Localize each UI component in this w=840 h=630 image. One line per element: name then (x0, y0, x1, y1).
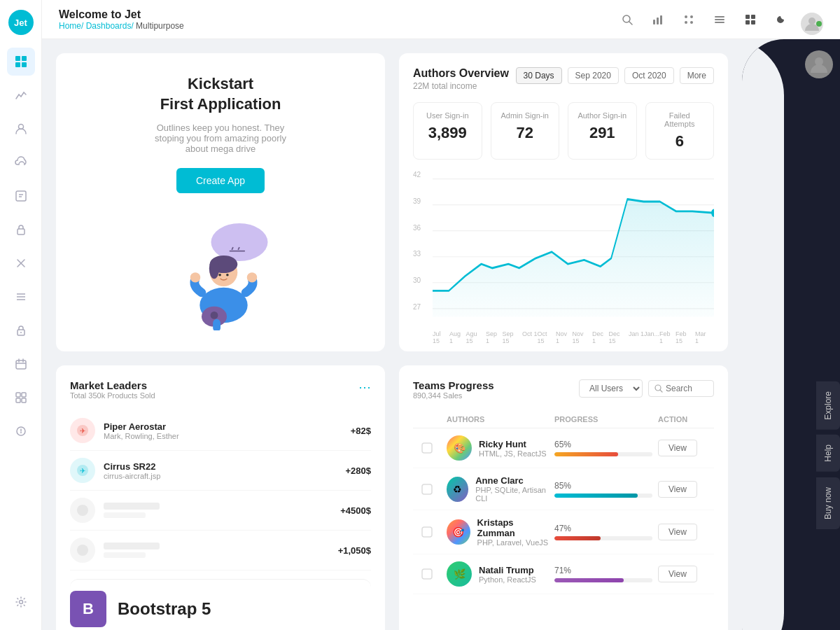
natali-progress: 71% (554, 566, 652, 582)
market-leaders-card: Market Leaders Total 350k Products Sold … (56, 365, 385, 630)
header-left: Welcome to Jet Home/ Dashboards/ Multipu… (59, 8, 184, 31)
svg-rect-43 (751, 20, 755, 24)
svg-point-73 (77, 545, 88, 556)
user-avatar[interactable] (801, 13, 823, 35)
help-tab[interactable]: Help (816, 435, 840, 472)
sidebar-item-reports[interactable] (7, 182, 35, 210)
svg-point-15 (20, 332, 22, 333)
sidebar-item-lock[interactable] (7, 316, 35, 344)
svg-rect-8 (18, 229, 24, 234)
search-icon[interactable] (616, 8, 638, 31)
ricky-view-btn[interactable]: View (658, 440, 697, 456)
sidebar-item-menu[interactable] (7, 283, 35, 311)
breadcrumb-home[interactable]: Home/ (59, 21, 83, 31)
natali-checkbox[interactable] (413, 568, 441, 580)
ricky-info: 🎨 Ricky Hunt HTML, JS, ReactJS (447, 435, 549, 461)
filter-oct2020[interactable]: Oct 2020 (624, 67, 674, 84)
chart-svg (433, 171, 714, 325)
sidebar-item-tools[interactable] (7, 417, 35, 445)
market-item-piper: ✈ Piper Aerostar Mark, Rowling, Esther +… (70, 411, 371, 451)
anne-view-btn[interactable]: View (658, 481, 697, 498)
stat-author-signin: Author Sign-in 291 (568, 102, 637, 160)
menu-icon[interactable] (708, 8, 731, 31)
svg-point-60 (226, 274, 229, 276)
kristaps-avatar: 🎯 (447, 519, 470, 545)
chart-icon[interactable] (647, 8, 669, 31)
sidebar-item-dashboard[interactable] (7, 48, 35, 76)
explore-tab[interactable]: Explore (816, 382, 840, 430)
breadcrumb-dashboards[interactable]: Dashboards/ (86, 21, 134, 31)
filter-30days[interactable]: 30 Days (516, 67, 562, 84)
team-row-ricky: 🎨 Ricky Hunt HTML, JS, ReactJS 65% (413, 428, 714, 468)
market-item-3: +4500$ (70, 491, 371, 531)
svg-point-33 (685, 15, 687, 18)
ricky-avatar: 🎨 (447, 435, 472, 461)
buy-now-tab[interactable]: Buy now (816, 477, 840, 529)
filter-more[interactable]: More (680, 67, 714, 84)
svg-point-57 (211, 312, 218, 319)
market-title: Market Leaders (70, 379, 155, 391)
sidebar-item-users[interactable] (7, 115, 35, 143)
kristaps-checkbox[interactable] (413, 526, 441, 538)
cirrus-value: +280$ (345, 465, 371, 476)
content-area: Kickstart First Application Outlines kee… (42, 39, 742, 630)
svg-point-26 (20, 432, 22, 433)
sidebar-item-settings[interactable] (7, 588, 35, 616)
anne-checkbox[interactable] (413, 484, 441, 495)
market-title-group: Market Leaders Total 350k Products Sold (70, 379, 155, 400)
kickstart-illustration (158, 204, 284, 330)
bootstrap-text: Bootstrap 5 (118, 599, 211, 619)
x-axis-labels: Jul 15Aug 1Agu 15Sep 1Sep 15Oct 1Oct 15N… (433, 330, 714, 344)
apps-icon[interactable] (739, 8, 762, 31)
sidebar-item-calendar[interactable] (7, 350, 35, 378)
teams-search-input[interactable] (666, 384, 708, 393)
kristaps-progress: 47% (554, 524, 652, 540)
bootstrap-promo: B Bootstrap 5 (70, 579, 371, 627)
anne-progress: 85% (554, 481, 652, 498)
team-row-anne: ♻ Anne Clarc PHP, SQLite, Artisan CLI 85… (413, 468, 714, 510)
kristaps-info: 🎯 Kristaps Zumman PHP, Laravel, VueJS (447, 517, 549, 547)
svg-rect-41 (751, 15, 755, 19)
create-app-button[interactable]: Create App (176, 168, 265, 193)
users-filter-select[interactable]: All Users (579, 379, 643, 398)
svg-rect-21 (22, 393, 26, 397)
svg-rect-30 (653, 20, 655, 24)
kristaps-view-btn[interactable]: View (658, 524, 697, 540)
svg-point-27 (19, 601, 22, 604)
natali-view-btn[interactable]: View (658, 566, 697, 582)
market-more-icon[interactable]: ⋯ (358, 379, 371, 395)
filter-sep2020[interactable]: Sep 2020 (568, 67, 619, 84)
sidebar-item-security[interactable] (7, 216, 35, 244)
sidebar-logo[interactable]: Jet (8, 10, 34, 35)
item4-icon (70, 538, 95, 563)
authors-card: Authors Overview 22M total income 30 Day… (399, 53, 728, 351)
grid-icon[interactable] (678, 8, 700, 31)
market-subtitle: Total 350k Products Sold (70, 391, 155, 400)
svg-rect-20 (16, 393, 20, 397)
sidebar-item-analytics[interactable] (7, 81, 35, 109)
y-axis-labels: 423936333027 (413, 171, 421, 311)
svg-point-34 (690, 15, 693, 18)
piper-value: +82$ (351, 426, 371, 436)
sidebar-item-grid2[interactable] (7, 384, 35, 412)
item4-info (104, 542, 338, 558)
sidebar: Jet (0, 0, 42, 630)
sidebar-item-cloud[interactable] (7, 148, 35, 176)
authors-card-title: Authors Overview (413, 67, 509, 80)
right-panel: Explore Help Buy now (742, 39, 840, 630)
sidebar-item-close[interactable] (7, 249, 35, 277)
team-row-natali: 🌿 Natali Trump Python, ReactJS 71% (413, 554, 714, 594)
svg-rect-2 (15, 62, 20, 67)
kickstart-description: Outlines keep you honest. They stoping y… (144, 122, 298, 154)
left-bottom-col: Market Leaders Total 350k Products Sold … (56, 365, 385, 630)
teams-search-box[interactable] (648, 380, 714, 397)
svg-line-75 (660, 390, 662, 392)
market-item-cirrus: ✈ Cirrus SR22 cirrus-aircraft.jsp +280$ (70, 451, 371, 491)
ricky-checkbox[interactable] (413, 442, 441, 454)
svg-rect-23 (22, 398, 26, 402)
page-title: Welcome to Jet (59, 8, 184, 21)
stat-user-signin: User Sign-in 3,899 (413, 102, 482, 160)
dark-mode-icon[interactable] (770, 8, 792, 31)
svg-text:✈: ✈ (80, 427, 85, 435)
svg-point-54 (190, 272, 200, 282)
